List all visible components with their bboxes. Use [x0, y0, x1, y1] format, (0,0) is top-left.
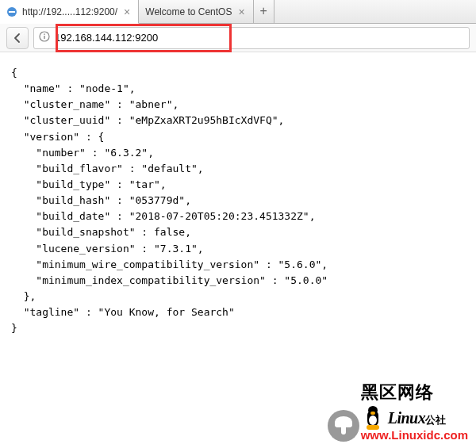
- tab-bar: http://192.....112:9200/ × Welcome to Ce…: [0, 0, 476, 24]
- watermark-text: 黑区网络 Linux公社 www.Linuxidc.com: [361, 381, 468, 442]
- svg-rect-3: [44, 36, 44, 39]
- watermark-url: www.Linuxidc.com: [361, 428, 468, 442]
- watermark-cn: 黑区网络: [361, 381, 434, 404]
- json-response-body: { "name" : "node-1", "cluster_name" : "a…: [0, 52, 476, 349]
- back-button[interactable]: [6, 27, 29, 49]
- tab-active[interactable]: http://192.....112:9200/ ×: [0, 0, 139, 24]
- url-input[interactable]: [55, 32, 464, 44]
- tab-inactive[interactable]: Welcome to CentOS ×: [139, 0, 253, 23]
- tab-title: Welcome to CentOS: [145, 6, 232, 17]
- svg-rect-1: [9, 11, 15, 13]
- close-icon[interactable]: ×: [124, 6, 130, 17]
- tux-icon: [361, 404, 385, 431]
- url-bar[interactable]: [33, 27, 470, 49]
- arrow-left-icon: [12, 33, 23, 44]
- tab-title: http://192.....112:9200/: [22, 6, 117, 17]
- new-tab-button[interactable]: +: [254, 0, 274, 23]
- close-icon[interactable]: ×: [238, 6, 244, 17]
- svg-rect-4: [44, 34, 44, 35]
- watermark: 黑区网络 Linux公社 www.Linuxidc.com: [328, 381, 468, 442]
- nav-bar: [0, 24, 476, 52]
- mushroom-icon: [328, 410, 359, 442]
- favicon-icon: [6, 6, 17, 17]
- watermark-linux: Linux公社: [388, 409, 446, 427]
- info-icon[interactable]: [39, 31, 50, 44]
